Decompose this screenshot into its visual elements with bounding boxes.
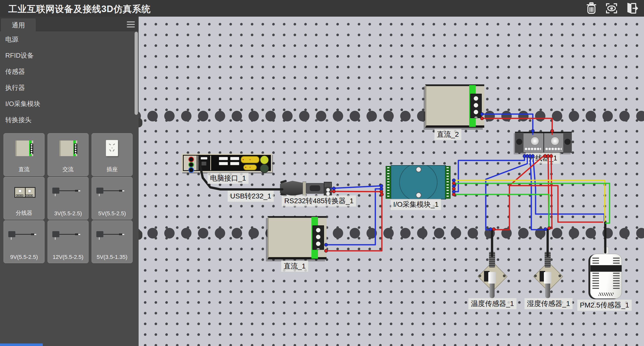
wire-red [509,186,603,222]
wire-green [454,194,549,227]
card-label: 12V(5.5-2.5) [48,254,88,260]
device-label: 直流_1 [281,261,308,272]
card-adapter-3v[interactable]: 3V(5.5-2.5) [48,177,89,220]
wire-green [454,183,610,223]
wire-red [331,191,381,192]
adapter-icon [92,182,132,207]
trash-icon[interactable] [585,2,598,15]
card-socket[interactable]: 插座 [92,133,133,176]
connector-blue [452,190,456,193]
device-label: PM2.5传感器_1 [577,300,632,311]
ac-power-icon [48,138,88,163]
device-label: 湿度传感器_1 [525,298,573,309]
card-ac-power[interactable]: 交流 [48,133,89,176]
wire-blue [530,155,545,230]
pegboard-band [139,111,644,122]
connector-blue [380,187,383,191]
device-label: I/O采集模块_1 [391,199,441,210]
connector-red [452,182,456,185]
card-label: 5V(3.5-1.35) [92,254,132,260]
device-pm25-sensor[interactable] [589,246,622,300]
device-dc-power-1[interactable] [267,216,327,259]
wire-blue [454,155,525,192]
dc-power-icon [4,138,44,163]
card-label: 插座 [92,166,132,173]
card-splitter[interactable]: 分线器 [4,177,45,220]
device-label: 温度传感器_1 [468,298,516,309]
card-label: 9V(5.5-2.5) [4,254,44,260]
wire-red [494,155,545,230]
device-splitter[interactable] [515,132,572,153]
device-label: USB转232_1 [228,191,274,202]
simulation-canvas[interactable]: 直流_2 电脑接口_1 USB转232_1 RS232转485转换器_1 I/O… [139,17,644,346]
card-label: 5V(5.5-2.5) [92,210,132,217]
connector-red [452,193,456,196]
card-label: 3V(5.5-2.5) [48,210,88,217]
category-menu: 电源 RFID设备 传感器 执行器 I/O采集模块 转换接头 [0,31,139,128]
device-label: RS232转485转换器_1 [282,195,356,206]
tab-strip: 通用 [0,17,139,31]
connector-red [380,190,383,193]
connector-blue [452,179,456,182]
device-palette-sidebar: 通用 电源 RFID设备 传感器 执行器 I/O采集模块 转换接头 直流 交流 … [0,17,139,346]
adapter-icon [4,225,44,250]
device-label: 分线器_1 [526,153,560,164]
menu-item-power[interactable]: 电源 [0,31,139,47]
connector-red [452,187,456,191]
menu-item-converter[interactable]: 转换接头 [0,112,139,128]
wire-red [551,155,552,229]
card-label: 分线器 [4,209,44,217]
connector-blue [452,185,456,188]
device-humidity-sensor[interactable] [534,252,562,299]
device-computer-ports[interactable] [182,154,272,172]
wire-blue [486,155,527,230]
tab-general[interactable]: 通用 [1,19,35,31]
wire-blue [331,186,381,188]
wire-yellow [454,180,605,221]
card-adapter-12v[interactable]: 12V(5.5-2.5) [48,220,89,263]
top-bar: 工业互联网设备及接线3D仿真系统 [0,0,644,17]
device-temperature-sensor[interactable] [478,252,506,299]
card-label: 交流 [48,166,88,173]
exit-door-icon[interactable] [625,2,638,15]
socket-icon [92,138,132,163]
menu-item-io-module[interactable]: I/O采集模块 [0,96,139,112]
device-label: 直流_2 [434,129,461,140]
wire-blue [533,155,604,221]
card-adapter-5v[interactable]: 5V(5.5-2.5) [92,177,133,220]
menu-item-sensor[interactable]: 传感器 [0,63,139,80]
card-adapter-5v-small[interactable]: 5V(3.5-1.35) [92,220,133,263]
menu-item-rfid[interactable]: RFID设备 [0,47,139,63]
device-io-module[interactable] [386,165,451,199]
card-adapter-9v[interactable]: 9V(5.5-2.5) [4,220,45,263]
eye-scan-icon[interactable] [605,2,618,15]
adapter-icon [48,182,88,207]
adapter-icon [48,225,88,250]
connector-blue [380,184,383,188]
adapter-icon [92,225,132,250]
device-dc-power-2[interactable] [425,84,484,128]
card-dc-power[interactable]: 直流 [4,133,45,176]
pegboard-band [139,228,644,239]
bottom-accent-bar [0,343,43,346]
card-label: 直流 [4,166,44,173]
splitter-icon [4,182,44,207]
hamburger-menu-icon[interactable] [127,21,135,28]
connector-red [380,193,384,196]
app-title: 工业互联网设备及接线3D仿真系统 [8,3,151,15]
wire-red [548,155,549,229]
device-label: 电脑接口_1 [208,173,249,184]
toolbar-icons [585,2,638,15]
menu-scrollbar[interactable] [135,32,138,115]
menu-item-actuator[interactable]: 执行器 [0,80,139,96]
device-rs232-485-converter[interactable] [279,180,335,196]
